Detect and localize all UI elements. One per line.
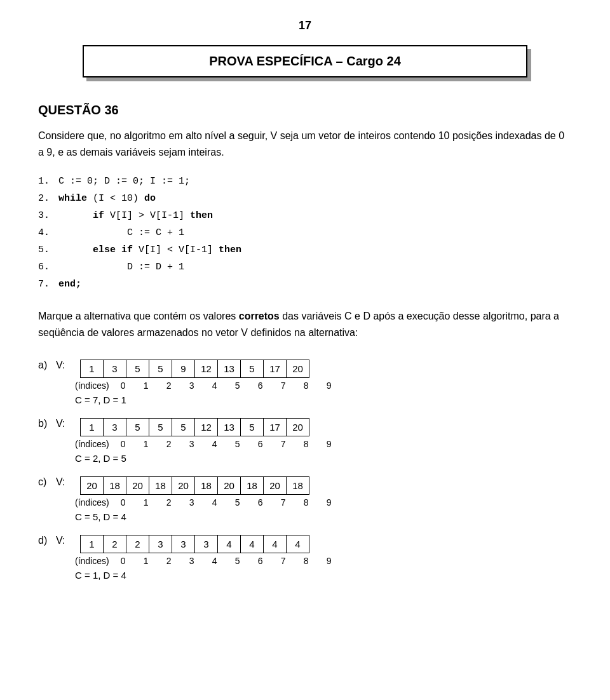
- option-d: d)V:1223334444(índices)0123456789C = 1, …: [38, 535, 572, 581]
- code-line-1: 1. C := 0; D := 0; I := 1;: [38, 173, 572, 190]
- question-body: Marque a alternativa que contém os valor…: [38, 308, 572, 340]
- question-label: QUESTÃO 36: [38, 103, 572, 118]
- option-c: c)V:20182018201820182018(índices)0123456…: [38, 476, 572, 522]
- code-block: 1. C := 0; D := 0; I := 1; 2. while (I <…: [38, 173, 572, 293]
- option-b: b)V:13555121351720(índices)0123456789C =…: [38, 418, 572, 464]
- code-line-5: 5. else if V[I] < V[I-1] then: [38, 241, 572, 259]
- question-text: Considere que, no algoritmo em alto níve…: [38, 128, 572, 160]
- title-box: PROVA ESPECÍFICA – Cargo 24: [83, 45, 527, 77]
- option-a: a)V:13559121351720(índices)0123456789C =…: [38, 360, 572, 405]
- code-line-4: 4. C := C + 1: [38, 224, 572, 241]
- code-line-3: 3. if V[I] > V[I-1] then: [38, 207, 572, 224]
- code-line-7: 7. end;: [38, 276, 572, 293]
- code-line-6: 6. D := D + 1: [38, 259, 572, 276]
- options: a)V:13559121351720(índices)0123456789C =…: [38, 360, 572, 581]
- code-line-2: 2. while (I < 10) do: [38, 190, 572, 207]
- page-number: 17: [38, 19, 572, 32]
